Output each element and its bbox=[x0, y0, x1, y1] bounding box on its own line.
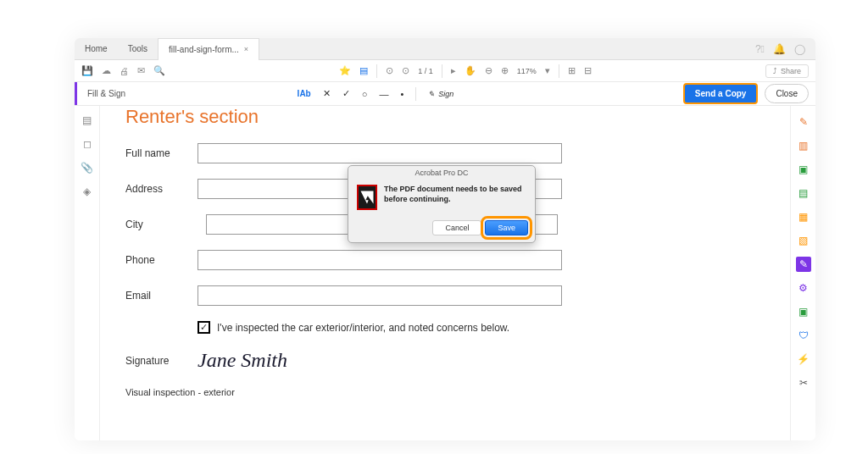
share-button[interactable]: ⤴ Share bbox=[765, 64, 809, 78]
fill-sign-icon[interactable]: ✎ bbox=[796, 257, 811, 272]
more-tools-icon[interactable]: ⚙ bbox=[796, 280, 811, 296]
adobe-icon bbox=[357, 185, 377, 210]
text-tool-icon[interactable]: IAb bbox=[298, 89, 311, 98]
comment-icon[interactable]: ▦ bbox=[796, 209, 811, 224]
dialog-save-button[interactable]: Save bbox=[485, 220, 528, 235]
zoom-level[interactable]: 117% bbox=[517, 67, 537, 75]
inspection-checkbox[interactable]: ✓ bbox=[198, 321, 210, 334]
dot-tool-icon[interactable]: • bbox=[400, 89, 403, 99]
city-input[interactable] bbox=[206, 214, 350, 235]
document-viewport[interactable]: Renter's section Full name Address City … bbox=[100, 106, 790, 440]
dialog-message: The PDF document needs to be saved befor… bbox=[384, 185, 526, 204]
city-label: City bbox=[125, 219, 198, 230]
left-rail: ▤ ◻ 📎 ◈ bbox=[75, 106, 100, 440]
attachment-icon[interactable]: 📎 bbox=[81, 162, 93, 174]
page-indicator: 1 / 1 bbox=[418, 67, 433, 75]
chevron-down-icon[interactable]: ▾ bbox=[545, 65, 550, 76]
section-title: Renter's section bbox=[125, 106, 765, 128]
fit-page-icon[interactable]: ⊞ bbox=[568, 65, 576, 76]
x-tool-icon[interactable]: ✕ bbox=[323, 88, 331, 99]
cloud-icon[interactable]: ☁ bbox=[102, 65, 111, 76]
page-total: 1 bbox=[429, 67, 433, 75]
zoom-out-icon[interactable]: ⊖ bbox=[485, 65, 492, 76]
signature-label: Signature bbox=[125, 355, 198, 367]
email-label: Email bbox=[125, 290, 198, 302]
phone-label: Phone bbox=[125, 254, 198, 266]
mail-icon[interactable]: ✉ bbox=[137, 65, 145, 76]
combine-icon[interactable]: ▣ bbox=[796, 304, 811, 319]
save-icon[interactable]: 💾 bbox=[81, 65, 93, 76]
export-icon[interactable]: ▣ bbox=[796, 162, 811, 177]
pen-icon: ✎ bbox=[428, 90, 435, 98]
tabstrip: Home Tools fill-and-sign-form... × ?⃝ 🔔 … bbox=[75, 38, 815, 60]
fit-width-icon[interactable]: ⊟ bbox=[584, 65, 592, 76]
tab-tools[interactable]: Tools bbox=[118, 38, 158, 60]
sign-tool[interactable]: ✎ Sign bbox=[428, 90, 453, 98]
send-copy-button[interactable]: Send a Copy bbox=[683, 83, 759, 104]
separator bbox=[442, 64, 442, 78]
hand-icon[interactable]: ✋ bbox=[465, 65, 476, 76]
circle-tool-icon[interactable]: ○ bbox=[362, 89, 368, 99]
sign-tool-label: Sign bbox=[438, 90, 453, 98]
separator bbox=[376, 64, 377, 78]
tab-document-label: fill-and-sign-form... bbox=[169, 45, 239, 54]
close-button[interactable]: Close bbox=[765, 84, 809, 103]
edit-pdf-icon[interactable]: ▥ bbox=[796, 138, 811, 153]
page-down-icon[interactable]: ⊙ bbox=[402, 65, 409, 76]
page-thumb-icon[interactable]: ▤ bbox=[359, 65, 368, 76]
dialog-title: Acrobat Pro DC bbox=[348, 166, 535, 180]
app-window: Home Tools fill-and-sign-form... × ?⃝ 🔔 … bbox=[75, 38, 815, 440]
organize-icon[interactable]: ▤ bbox=[796, 185, 811, 201]
save-dialog: Acrobat Pro DC The PDF document needs to… bbox=[348, 165, 536, 243]
right-rail: ✎ ▥ ▣ ▤ ▦ ▧ ✎ ⚙ ▣ 🛡 ⚡ ✂ bbox=[790, 106, 815, 440]
share-icon: ⤴ bbox=[773, 67, 777, 75]
bell-icon[interactable]: 🔔 bbox=[773, 43, 786, 55]
fillsign-toolbar: Fill & Sign IAb ✕ ✓ ○ — • ✎ Sign Send a … bbox=[75, 82, 815, 106]
search-icon[interactable]: 🔍 bbox=[153, 65, 165, 76]
phone-input[interactable] bbox=[198, 250, 562, 270]
email-input[interactable] bbox=[198, 285, 562, 306]
pages-icon[interactable]: ▤ bbox=[82, 114, 92, 126]
checkbox-label: I've inspected the car exterior/interior… bbox=[217, 322, 509, 334]
subheading: Visual inspection - exterior bbox=[125, 387, 765, 397]
protect-icon[interactable]: 🛡 bbox=[796, 328, 811, 343]
dialog-cancel-button[interactable]: Cancel bbox=[432, 220, 481, 235]
print-icon[interactable]: 🖨 bbox=[120, 66, 129, 76]
zoom-in-icon[interactable]: ⊕ bbox=[501, 65, 509, 76]
page-current: 1 bbox=[418, 67, 422, 75]
tab-home[interactable]: Home bbox=[75, 38, 118, 60]
fillsign-label: Fill & Sign bbox=[75, 82, 136, 105]
fullname-label: Full name bbox=[125, 147, 198, 159]
star-icon[interactable]: ⭐ bbox=[339, 65, 351, 76]
close-icon[interactable]: × bbox=[244, 45, 248, 53]
avatar-icon[interactable]: ◯ bbox=[794, 43, 805, 55]
separator bbox=[559, 64, 559, 78]
optimize-icon[interactable]: ⚡ bbox=[796, 352, 811, 367]
bookmark-icon[interactable]: ◻ bbox=[83, 138, 92, 150]
main-toolbar: 💾 ☁ 🖨 ✉ 🔍 ⭐ ▤ ⊙ ⊙ 1 / 1 ▸ ✋ ⊖ ⊕ 117% ▾ ⊞… bbox=[75, 60, 815, 82]
help-icon[interactable]: ?⃝ bbox=[755, 43, 765, 55]
tool-icon[interactable]: ✂ bbox=[796, 375, 811, 390]
stamp-icon[interactable]: ▧ bbox=[796, 233, 811, 248]
layers-icon[interactable]: ◈ bbox=[83, 185, 91, 197]
signature-value[interactable]: Jane Smith bbox=[198, 349, 287, 372]
cursor-icon[interactable]: ▸ bbox=[451, 65, 456, 76]
page-up-icon[interactable]: ⊙ bbox=[386, 65, 393, 76]
pdf-page: Renter's section Full name Address City … bbox=[100, 106, 790, 440]
main-area: ▤ ◻ 📎 ◈ Renter's section Full name Addre… bbox=[75, 106, 815, 440]
share-label: Share bbox=[781, 67, 801, 75]
address-label: Address bbox=[125, 183, 198, 195]
create-pdf-icon[interactable]: ✎ bbox=[796, 114, 811, 130]
tab-document[interactable]: fill-and-sign-form... × bbox=[158, 38, 259, 60]
check-tool-icon[interactable]: ✓ bbox=[342, 88, 350, 99]
fullname-input[interactable] bbox=[198, 143, 562, 163]
line-tool-icon[interactable]: — bbox=[379, 89, 388, 99]
separator bbox=[415, 87, 416, 101]
